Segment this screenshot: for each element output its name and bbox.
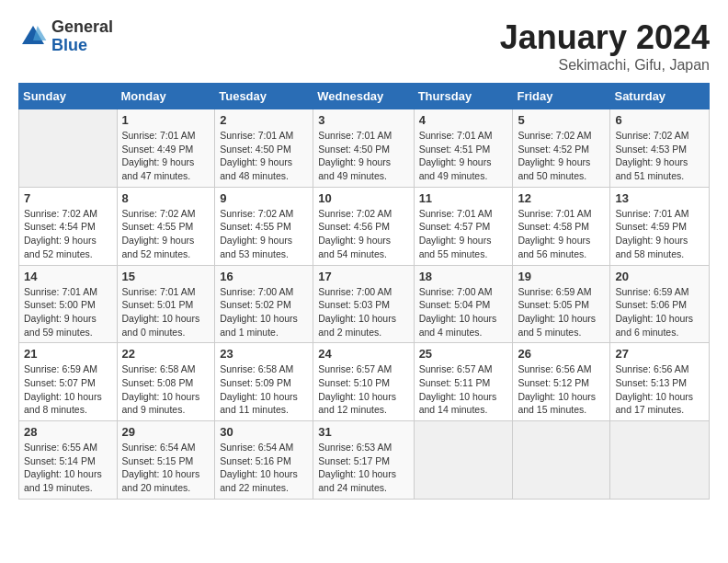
day-info: Sunrise: 7:02 AM Sunset: 4:53 PM Dayligh… xyxy=(615,129,704,183)
day-cell: 24Sunrise: 6:57 AM Sunset: 5:10 PM Dayli… xyxy=(313,343,414,421)
day-info: Sunrise: 6:54 AM Sunset: 5:16 PM Dayligh… xyxy=(220,441,308,495)
day-info: Sunrise: 6:54 AM Sunset: 5:15 PM Dayligh… xyxy=(122,441,210,495)
day-info: Sunrise: 7:01 AM Sunset: 5:01 PM Dayligh… xyxy=(122,285,210,339)
day-cell: 21Sunrise: 6:59 AM Sunset: 5:07 PM Dayli… xyxy=(19,343,118,421)
day-cell: 23Sunrise: 6:58 AM Sunset: 5:09 PM Dayli… xyxy=(215,343,313,421)
day-cell: 25Sunrise: 6:57 AM Sunset: 5:11 PM Dayli… xyxy=(414,343,513,421)
day-number: 17 xyxy=(318,270,408,283)
day-info: Sunrise: 7:02 AM Sunset: 4:56 PM Dayligh… xyxy=(318,207,408,261)
day-cell xyxy=(19,109,118,188)
day-cell: 12Sunrise: 7:01 AM Sunset: 4:58 PM Dayli… xyxy=(513,187,610,265)
day-cell: 14Sunrise: 7:01 AM Sunset: 5:00 PM Dayli… xyxy=(19,265,118,343)
header-monday: Monday xyxy=(117,84,215,109)
day-number: 3 xyxy=(318,113,408,127)
day-number: 18 xyxy=(419,270,508,283)
day-number: 22 xyxy=(122,347,210,361)
day-cell xyxy=(414,421,513,500)
day-number: 6 xyxy=(615,113,704,127)
day-info: Sunrise: 6:55 AM Sunset: 5:14 PM Dayligh… xyxy=(24,441,112,495)
day-info: Sunrise: 7:01 AM Sunset: 4:50 PM Dayligh… xyxy=(220,129,308,183)
day-info: Sunrise: 7:01 AM Sunset: 5:00 PM Dayligh… xyxy=(24,285,112,339)
day-cell: 10Sunrise: 7:02 AM Sunset: 4:56 PM Dayli… xyxy=(313,187,414,265)
week-row-2: 7Sunrise: 7:02 AM Sunset: 4:54 PM Daylig… xyxy=(19,187,710,265)
calendar-subtitle: Sekimachi, Gifu, Japan xyxy=(500,57,710,74)
title-section: January 2024 Sekimachi, Gifu, Japan xyxy=(500,18,710,74)
day-number: 20 xyxy=(615,270,704,283)
day-cell: 20Sunrise: 6:59 AM Sunset: 5:06 PM Dayli… xyxy=(610,265,710,343)
day-number: 16 xyxy=(220,270,308,283)
day-cell: 17Sunrise: 7:00 AM Sunset: 5:03 PM Dayli… xyxy=(313,265,414,343)
day-cell: 13Sunrise: 7:01 AM Sunset: 4:59 PM Dayli… xyxy=(610,187,710,265)
day-cell xyxy=(513,421,610,500)
day-number: 21 xyxy=(24,347,112,361)
day-number: 27 xyxy=(615,347,704,361)
day-info: Sunrise: 7:00 AM Sunset: 5:04 PM Dayligh… xyxy=(419,285,508,339)
day-number: 19 xyxy=(518,270,605,283)
day-number: 11 xyxy=(419,191,508,205)
day-info: Sunrise: 7:02 AM Sunset: 4:54 PM Dayligh… xyxy=(24,207,112,261)
day-info: Sunrise: 6:56 AM Sunset: 5:13 PM Dayligh… xyxy=(615,362,704,417)
day-info: Sunrise: 6:57 AM Sunset: 5:11 PM Dayligh… xyxy=(419,362,508,417)
day-number: 30 xyxy=(220,425,308,439)
day-cell: 26Sunrise: 6:56 AM Sunset: 5:12 PM Dayli… xyxy=(513,343,610,421)
day-info: Sunrise: 7:02 AM Sunset: 4:52 PM Dayligh… xyxy=(518,129,605,183)
day-number: 15 xyxy=(122,270,210,283)
day-cell: 22Sunrise: 6:58 AM Sunset: 5:08 PM Dayli… xyxy=(117,343,215,421)
day-number: 13 xyxy=(615,191,704,205)
day-info: Sunrise: 7:01 AM Sunset: 4:57 PM Dayligh… xyxy=(419,207,508,261)
day-cell: 15Sunrise: 7:01 AM Sunset: 5:01 PM Dayli… xyxy=(117,265,215,343)
day-cell: 27Sunrise: 6:56 AM Sunset: 5:13 PM Dayli… xyxy=(610,343,710,421)
day-number: 10 xyxy=(318,191,408,205)
day-info: Sunrise: 6:59 AM Sunset: 5:05 PM Dayligh… xyxy=(518,285,605,339)
day-number: 8 xyxy=(122,191,210,205)
day-info: Sunrise: 6:59 AM Sunset: 5:06 PM Dayligh… xyxy=(615,285,704,339)
day-number: 7 xyxy=(24,191,112,205)
day-info: Sunrise: 6:58 AM Sunset: 5:08 PM Dayligh… xyxy=(122,362,210,417)
day-cell: 1Sunrise: 7:01 AM Sunset: 4:49 PM Daylig… xyxy=(117,109,215,188)
day-number: 5 xyxy=(518,113,605,127)
day-info: Sunrise: 7:02 AM Sunset: 4:55 PM Dayligh… xyxy=(122,207,210,261)
day-number: 26 xyxy=(518,347,605,361)
day-info: Sunrise: 6:57 AM Sunset: 5:10 PM Dayligh… xyxy=(318,362,408,417)
day-info: Sunrise: 6:59 AM Sunset: 5:07 PM Dayligh… xyxy=(24,362,112,417)
day-cell: 6Sunrise: 7:02 AM Sunset: 4:53 PM Daylig… xyxy=(610,109,710,188)
day-cell: 29Sunrise: 6:54 AM Sunset: 5:15 PM Dayli… xyxy=(117,421,215,500)
day-info: Sunrise: 7:01 AM Sunset: 4:49 PM Dayligh… xyxy=(122,129,210,183)
week-row-1: 1Sunrise: 7:01 AM Sunset: 4:49 PM Daylig… xyxy=(19,109,710,188)
logo-general-text: General xyxy=(51,18,113,37)
day-cell: 19Sunrise: 6:59 AM Sunset: 5:05 PM Dayli… xyxy=(513,265,610,343)
day-cell: 11Sunrise: 7:01 AM Sunset: 4:57 PM Dayli… xyxy=(414,187,513,265)
day-cell: 7Sunrise: 7:02 AM Sunset: 4:54 PM Daylig… xyxy=(19,187,118,265)
logo: General Blue xyxy=(18,18,113,55)
day-info: Sunrise: 6:56 AM Sunset: 5:12 PM Dayligh… xyxy=(518,362,605,417)
day-cell: 8Sunrise: 7:02 AM Sunset: 4:55 PM Daylig… xyxy=(117,187,215,265)
day-info: Sunrise: 7:00 AM Sunset: 5:03 PM Dayligh… xyxy=(318,285,408,339)
logo-icon xyxy=(18,22,48,52)
day-number: 29 xyxy=(122,425,210,439)
day-number: 1 xyxy=(122,113,210,127)
day-info: Sunrise: 7:01 AM Sunset: 4:59 PM Dayligh… xyxy=(615,207,704,261)
day-cell xyxy=(610,421,710,500)
logo-text: General Blue xyxy=(51,18,113,55)
day-info: Sunrise: 7:01 AM Sunset: 4:51 PM Dayligh… xyxy=(419,129,508,183)
day-number: 24 xyxy=(318,347,408,361)
day-cell: 4Sunrise: 7:01 AM Sunset: 4:51 PM Daylig… xyxy=(414,109,513,188)
day-cell: 9Sunrise: 7:02 AM Sunset: 4:55 PM Daylig… xyxy=(215,187,313,265)
day-number: 9 xyxy=(220,191,308,205)
day-cell: 5Sunrise: 7:02 AM Sunset: 4:52 PM Daylig… xyxy=(513,109,610,188)
day-number: 14 xyxy=(24,270,112,283)
header-sunday: Sunday xyxy=(19,84,118,109)
day-number: 2 xyxy=(220,113,308,127)
day-info: Sunrise: 6:58 AM Sunset: 5:09 PM Dayligh… xyxy=(220,362,308,417)
day-number: 31 xyxy=(318,425,408,439)
page-header: General Blue January 2024 Sekimachi, Gif… xyxy=(18,18,710,74)
day-cell: 30Sunrise: 6:54 AM Sunset: 5:16 PM Dayli… xyxy=(215,421,313,500)
week-row-5: 28Sunrise: 6:55 AM Sunset: 5:14 PM Dayli… xyxy=(19,421,710,500)
day-cell: 3Sunrise: 7:01 AM Sunset: 4:50 PM Daylig… xyxy=(313,109,414,188)
day-info: Sunrise: 7:00 AM Sunset: 5:02 PM Dayligh… xyxy=(220,285,308,339)
header-friday: Friday xyxy=(513,84,610,109)
day-number: 23 xyxy=(220,347,308,361)
day-cell: 2Sunrise: 7:01 AM Sunset: 4:50 PM Daylig… xyxy=(215,109,313,188)
header-tuesday: Tuesday xyxy=(215,84,313,109)
calendar-title: January 2024 xyxy=(500,18,710,57)
